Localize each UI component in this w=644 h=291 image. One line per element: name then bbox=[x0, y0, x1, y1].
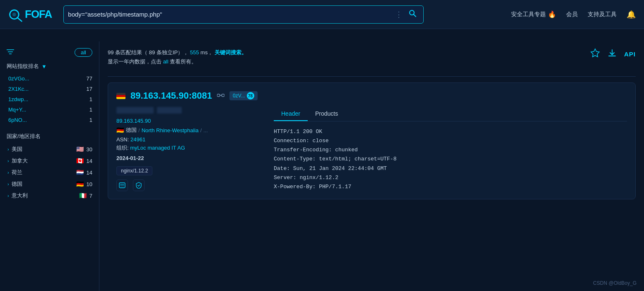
more-options-icon[interactable]: ⋮ bbox=[395, 10, 403, 19]
header-line-2: Connection: close bbox=[274, 136, 627, 146]
tabs-row: Header Products bbox=[274, 107, 627, 121]
main-layout: all 网站指纹排名 ▼ 0zVGo... 77 2X1Kc... 17 1zd… bbox=[0, 41, 644, 291]
header-line-1: HTTP/1.1 200 OK bbox=[274, 127, 627, 136]
chevron-icon: › bbox=[7, 158, 9, 163]
country-item-netherlands[interactable]: › 荷兰 🇳🇱 14 bbox=[7, 167, 99, 178]
tab-header[interactable]: Header bbox=[274, 107, 308, 121]
card-metadata: 89.163.145.90 🇩🇪 德国 / North Rhine-Westph… bbox=[116, 107, 265, 192]
main-content: 99 条匹配结果（ 89 条独立IP）， 555 ms， 关键词搜索。 显示一年… bbox=[99, 41, 644, 291]
location-more[interactable]: ... bbox=[203, 127, 208, 133]
country-item-germany[interactable]: › 德国 🇩🇪 10 bbox=[7, 178, 99, 190]
sidebar: all 网站指纹排名 ▼ 0zVGo... 77 2X1Kc... 17 1zd… bbox=[0, 41, 99, 291]
sub-header-divider bbox=[0, 29, 644, 41]
keyword-search-link[interactable]: 关键词搜索。 bbox=[215, 49, 247, 56]
location-row: 🇩🇪 德国 / North Rhine-Westphalia / ... bbox=[116, 126, 265, 134]
svg-rect-9 bbox=[222, 94, 224, 97]
one-year-notice: 显示一年内数据，点击 bbox=[108, 58, 162, 65]
svg-line-4 bbox=[414, 15, 416, 17]
fingerprint-list: 0zVGo... 77 2X1Kc... 17 1zdwp... 1 Mq+Y.… bbox=[7, 73, 99, 125]
fingerprint-item-2[interactable]: 2X1Kc... 17 bbox=[7, 84, 99, 94]
header-line-6: Server: nginx/1.12.2 bbox=[274, 173, 627, 182]
result-summary: 99 条匹配结果（ 89 条独立IP）， 555 ms， 关键词搜索。 显示一年… bbox=[108, 48, 590, 66]
screenshot-placeholder bbox=[116, 107, 265, 114]
country-item-canada[interactable]: › 加拿大 🇨🇦 14 bbox=[7, 155, 99, 167]
svg-rect-12 bbox=[120, 184, 124, 187]
favorite-star-icon[interactable] bbox=[590, 48, 600, 60]
shield-icon-btn[interactable] bbox=[133, 179, 145, 191]
flag-canada: 🇨🇦 bbox=[76, 157, 84, 165]
logo-text: FOFA bbox=[25, 8, 52, 21]
fingerprint-item-4[interactable]: Mq+Y... 1 bbox=[7, 104, 99, 115]
search-button[interactable] bbox=[406, 8, 419, 20]
country-item-italy[interactable]: › 意大利 🇮🇹 7 bbox=[7, 190, 99, 201]
country-section-title: 国家/地区排名 bbox=[7, 133, 99, 140]
support-tools-link[interactable]: 支持及工具 bbox=[588, 11, 617, 18]
download-icon[interactable] bbox=[608, 48, 617, 60]
date-row: 2024-01-22 bbox=[116, 155, 265, 161]
result-summary-row: 99 条匹配结果（ 89 条独立IP）， 555 ms， 关键词搜索。 显示一年… bbox=[108, 48, 636, 72]
tag-badge[interactable]: 0zV... 78 bbox=[229, 91, 258, 100]
sidebar-header: all bbox=[7, 48, 99, 57]
result-card: 89.163.145.90:8081 0zV... 78 bbox=[108, 82, 636, 199]
filter-icon[interactable] bbox=[7, 49, 14, 56]
svg-line-1 bbox=[17, 17, 22, 21]
card-body: 89.163.145.90 🇩🇪 德国 / North Rhine-Westph… bbox=[116, 107, 627, 192]
api-label[interactable]: API bbox=[624, 51, 636, 58]
navbar: FOFA ⋮ 安全工具专题 🔥 会员 支持及工具 🔔 bbox=[0, 0, 644, 29]
nav-links: 安全工具专题 🔥 会员 支持及工具 🔔 bbox=[511, 10, 636, 19]
time-ms: 555 bbox=[190, 49, 199, 56]
ip-address-link[interactable]: 89.163.145.90:8081 bbox=[130, 90, 212, 101]
header-line-3: Transfer-Encoding: chunked bbox=[274, 146, 627, 155]
header-content: HTTP/1.1 200 OK Connection: close Transf… bbox=[274, 127, 627, 192]
org-row: 组织: myLoc managed IT AG bbox=[116, 144, 265, 152]
org-link[interactable]: myLoc managed IT AG bbox=[130, 145, 185, 151]
chevron-icon: › bbox=[7, 182, 9, 187]
chevron-icon: › bbox=[7, 147, 9, 152]
card-action-icons bbox=[116, 179, 265, 191]
card-right: Header Products HTTP/1.1 200 OK Connecti… bbox=[274, 107, 627, 192]
flag-usa: 🇺🇸 bbox=[76, 146, 84, 153]
fingerprint-item-3[interactable]: 1zdwp... 1 bbox=[7, 94, 99, 104]
all-badge[interactable]: all bbox=[75, 48, 92, 57]
header-line-7: X-Powered-By: PHP/7.1.17 bbox=[274, 182, 627, 192]
screenshot-icon-btn[interactable] bbox=[116, 179, 128, 191]
header-line-4: Content-Type: text/html; charset=UTF-8 bbox=[274, 155, 627, 164]
tab-products[interactable]: Products bbox=[308, 107, 345, 121]
chevron-icon: › bbox=[7, 170, 9, 175]
flag-italy: 🇮🇹 bbox=[79, 192, 87, 199]
flag-germany: 🇩🇪 bbox=[76, 180, 84, 188]
result-count: 99 bbox=[108, 49, 113, 56]
country-list: › 美国 🇺🇸 30 › 加拿大 🇨🇦 14 › 荷兰 🇳🇱 14 › 德国 � bbox=[7, 143, 99, 201]
ip-sub-link[interactable]: 89.163.145.90 bbox=[116, 118, 265, 124]
fingerprint-section-title: 网站指纹排名 ▼ bbox=[7, 63, 99, 70]
action-icons: API bbox=[590, 48, 636, 60]
membership-link[interactable]: 会员 bbox=[566, 11, 578, 18]
funnel-icon: ▼ bbox=[41, 63, 47, 70]
security-tools-link[interactable]: 安全工具专题 🔥 bbox=[511, 10, 556, 18]
svg-point-2 bbox=[12, 12, 16, 16]
ip-count: 89 bbox=[149, 49, 155, 56]
country-item-usa[interactable]: › 美国 🇺🇸 30 bbox=[7, 143, 99, 155]
chevron-icon: › bbox=[7, 193, 9, 198]
header-line-5: Date: Sun, 21 Jan 2024 22:44:04 GMT bbox=[274, 164, 627, 173]
search-bar: ⋮ bbox=[63, 5, 424, 24]
tech-tags: nginx/1.12.2 bbox=[116, 166, 265, 175]
flag-de-icon bbox=[116, 93, 125, 99]
logo[interactable]: FOFA bbox=[8, 7, 52, 22]
location-flag-icon: 🇩🇪 bbox=[116, 126, 124, 134]
all-link[interactable]: all bbox=[163, 58, 169, 65]
divider bbox=[108, 76, 636, 77]
card-header: 89.163.145.90:8081 0zV... 78 bbox=[116, 90, 627, 101]
location-region-link[interactable]: North Rhine-Westphalia bbox=[142, 127, 199, 133]
fingerprint-item-1[interactable]: 0zVGo... 77 bbox=[7, 73, 99, 84]
notification-bell-icon[interactable]: 🔔 bbox=[627, 10, 636, 19]
fire-icon: 🔥 bbox=[548, 10, 556, 18]
chain-link-icon[interactable] bbox=[217, 92, 224, 99]
search-input[interactable] bbox=[68, 11, 392, 18]
asn-row: ASN: 24961 bbox=[116, 136, 265, 143]
flag-netherlands: 🇳🇱 bbox=[76, 169, 84, 176]
svg-rect-8 bbox=[217, 94, 220, 97]
asn-link[interactable]: 24961 bbox=[130, 136, 145, 143]
fingerprint-item-5[interactable]: 6pNO... 1 bbox=[7, 115, 99, 125]
tech-tag-nginx[interactable]: nginx/1.12.2 bbox=[116, 166, 152, 175]
